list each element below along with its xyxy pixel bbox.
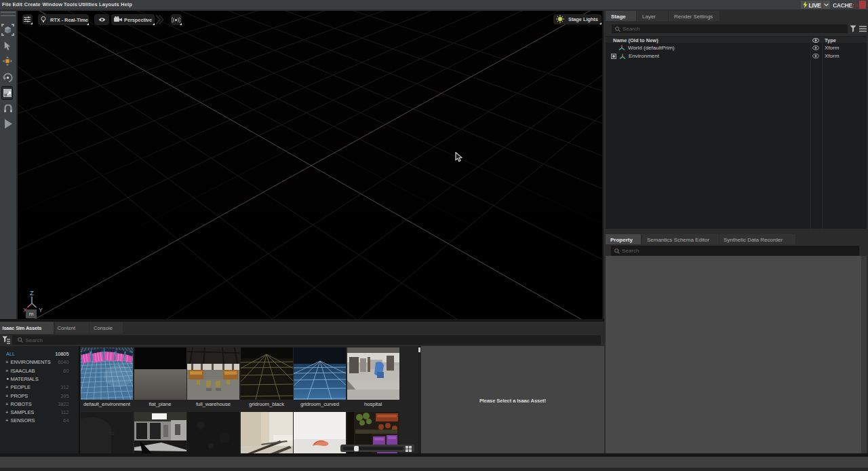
svg-text:Z: Z [30,290,34,297]
svg-text:Y: Y [39,307,43,314]
svg-text:02: 02 [109,431,115,436]
